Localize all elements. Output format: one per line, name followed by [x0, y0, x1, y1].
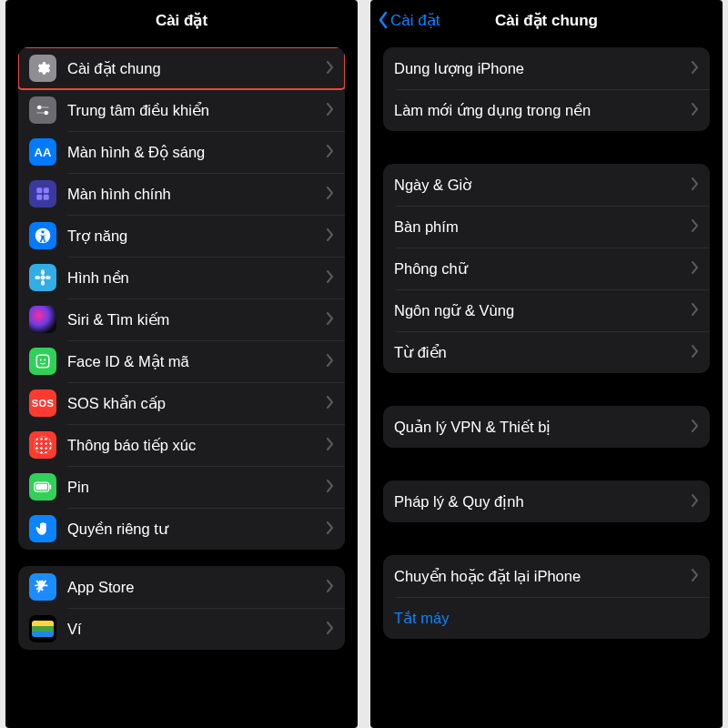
row-item[interactable]: Tắt máy — [383, 597, 710, 639]
privacy-icon — [29, 515, 56, 542]
settings-group-store: App StoreVí — [18, 566, 345, 650]
row-exposure[interactable]: Thông báo tiếp xúc — [18, 424, 345, 466]
row-label: Bàn phím — [394, 218, 686, 236]
row-privacy[interactable]: Quyền riêng tư — [18, 508, 345, 550]
row-label: Pin — [67, 479, 321, 496]
row-item[interactable]: Làm mới ứng dụng trong nền — [383, 89, 710, 131]
chevron-right-icon — [692, 567, 699, 586]
row-label: Dung lượng iPhone — [394, 60, 686, 77]
row-label: Ví — [67, 621, 321, 638]
chevron-right-icon — [692, 343, 699, 362]
general-scroll: Dung lượng iPhoneLàm mới ứng dụng trong … — [370, 47, 723, 657]
row-home[interactable]: Màn hình chính — [18, 173, 345, 215]
row-display[interactable]: AAMàn hình & Độ sáng — [18, 131, 345, 173]
back-label: Cài đặt — [390, 11, 440, 30]
row-item[interactable]: Bàn phím — [383, 206, 710, 248]
row-item[interactable]: Phông chữ — [383, 248, 710, 289]
page-title: Cài đặt chung — [495, 11, 598, 30]
exposure-icon — [29, 431, 56, 459]
row-sos[interactable]: SOSSOS khẩn cấp — [18, 382, 345, 424]
row-label: Thông báo tiếp xúc — [67, 437, 321, 454]
row-label: Quản lý VPN & Thiết bị — [394, 419, 686, 436]
row-label: Làm mới ứng dụng trong nền — [394, 102, 686, 119]
row-label: Hình nền — [67, 269, 321, 287]
row-label: Màn hình chính — [67, 186, 321, 203]
row-label: Phông chữ — [394, 260, 686, 278]
row-label: Tắt máy — [394, 610, 699, 627]
row-label: Màn hình & Độ sáng — [67, 144, 321, 161]
chevron-right-icon — [692, 101, 699, 120]
display-icon: AA — [29, 138, 56, 166]
chevron-right-icon — [327, 59, 334, 78]
group-storage: Dung lượng iPhoneLàm mới ứng dụng trong … — [383, 47, 710, 131]
back-button[interactable]: Cài đặt — [378, 0, 440, 40]
group-reset: Chuyển hoặc đặt lại iPhoneTắt máy — [383, 555, 710, 639]
svg-rect-7 — [44, 195, 49, 200]
row-battery[interactable]: Pin — [18, 466, 345, 508]
chevron-right-icon — [327, 620, 334, 639]
row-item[interactable]: Từ điển — [383, 331, 710, 373]
chevron-right-icon — [327, 520, 334, 539]
row-item[interactable]: Ngày & Giờ — [383, 164, 710, 206]
svg-rect-15 — [36, 355, 49, 368]
chevron-right-icon — [327, 352, 334, 371]
row-label: Ngôn ngữ & Vùng — [394, 302, 686, 319]
sos-icon: SOS — [29, 389, 56, 417]
row-access[interactable]: Trợ năng — [18, 215, 345, 257]
chevron-right-icon — [692, 492, 699, 511]
row-item[interactable]: Chuyển hoặc đặt lại iPhone — [383, 555, 710, 597]
svg-point-10 — [41, 276, 46, 280]
chevron-right-icon — [692, 176, 699, 195]
row-label: Trung tâm điều khiển — [67, 102, 321, 119]
chevron-right-icon — [692, 301, 699, 320]
access-icon — [29, 222, 56, 249]
header-right: Cài đặt Cài đặt chung — [370, 0, 723, 40]
chevron-right-icon — [692, 259, 699, 278]
row-label: SOS khẩn cấp — [67, 395, 321, 412]
chevron-right-icon — [327, 578, 334, 597]
row-faceid[interactable]: Face ID & Mật mã — [18, 340, 345, 382]
wallpaper-icon — [29, 264, 56, 291]
row-wallet[interactable]: Ví — [18, 608, 345, 650]
chevron-right-icon — [327, 227, 334, 246]
chevron-right-icon — [692, 217, 699, 237]
chevron-right-icon — [692, 418, 699, 437]
row-item[interactable]: Dung lượng iPhone — [383, 47, 710, 89]
page-title: Cài đặt — [156, 11, 207, 30]
svg-rect-20 — [50, 485, 52, 490]
settings-group-main: Cài đặt chungTrung tâm điều khiểnAAMàn h… — [18, 47, 345, 550]
row-siri[interactable]: Siri & Tìm kiếm — [18, 298, 345, 340]
row-item[interactable]: Quản lý VPN & Thiết bị — [383, 406, 710, 448]
row-label: Trợ năng — [67, 228, 321, 245]
settings-scroll: Cài đặt chungTrung tâm điều khiểnAAMàn h… — [5, 47, 358, 668]
row-control[interactable]: Trung tâm điều khiển — [18, 89, 345, 131]
row-label: Từ điển — [394, 344, 686, 361]
row-general[interactable]: Cài đặt chung — [18, 47, 345, 89]
home-icon — [29, 180, 56, 207]
control-icon — [29, 96, 56, 124]
right-phone: Cài đặt Cài đặt chung Dung lượng iPhoneL… — [370, 0, 723, 728]
chevron-right-icon — [327, 185, 334, 204]
row-item[interactable]: Pháp lý & Quy định — [383, 480, 710, 522]
group-legal: Pháp lý & Quy định — [383, 480, 710, 522]
svg-rect-6 — [36, 195, 42, 200]
header-left: Cài đặt — [5, 0, 358, 40]
row-wallpaper[interactable]: Hình nền — [18, 257, 345, 298]
wallet-icon — [29, 615, 56, 642]
appstore-icon — [29, 573, 56, 601]
row-label: Pháp lý & Quy định — [394, 493, 686, 511]
svg-rect-1 — [36, 106, 49, 108]
svg-point-9 — [41, 230, 44, 233]
chevron-right-icon — [692, 59, 699, 78]
row-item[interactable]: Ngôn ngữ & Vùng — [383, 289, 710, 331]
svg-rect-19 — [36, 484, 48, 490]
svg-rect-3 — [36, 112, 49, 114]
svg-point-16 — [40, 359, 42, 361]
row-appstore[interactable]: App Store — [18, 566, 345, 608]
chevron-left-icon — [378, 11, 389, 29]
group-locale: Ngày & GiờBàn phímPhông chữNgôn ngữ & Vù… — [383, 164, 710, 373]
row-label: Chuyển hoặc đặt lại iPhone — [394, 568, 686, 585]
row-label: Quyền riêng tư — [67, 521, 321, 538]
svg-point-12 — [41, 280, 45, 286]
siri-icon — [29, 306, 56, 333]
